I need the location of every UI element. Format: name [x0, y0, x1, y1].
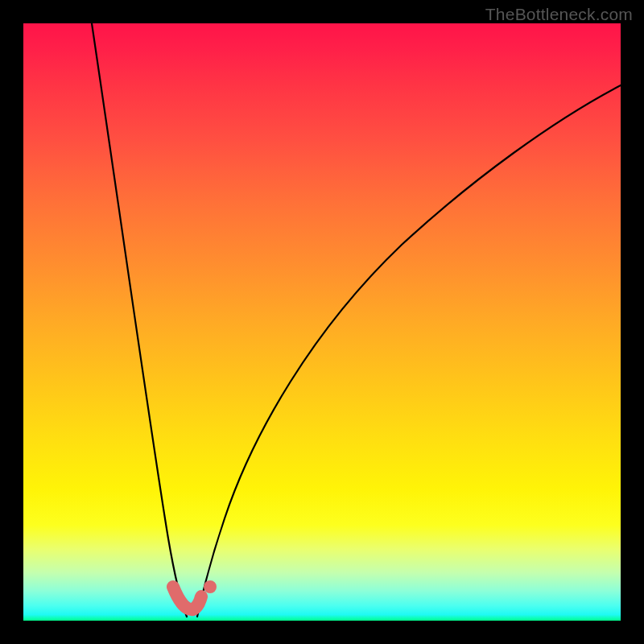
- highlight-dots: [173, 587, 201, 609]
- curve-left: [92, 23, 187, 617]
- watermark-text: TheBottleneck.com: [485, 5, 633, 24]
- plot-area: [23, 23, 621, 621]
- curve-right: [197, 85, 621, 617]
- highlight-dot-right: [204, 580, 217, 593]
- curves-svg: [23, 23, 621, 621]
- chart-frame: TheBottleneck.com: [0, 0, 644, 644]
